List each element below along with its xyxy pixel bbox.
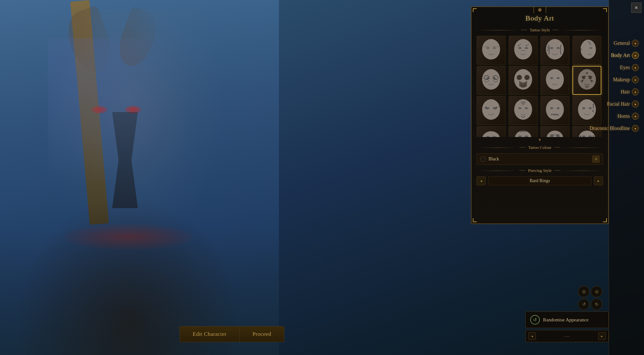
camera-button-1[interactable]: ◎ (578, 286, 590, 297)
svg-point-49 (546, 99, 564, 120)
tattoo-cell-8[interactable] (573, 66, 601, 95)
divider-line-left (478, 30, 518, 30)
piercing-next-button[interactable]: ▸ (594, 176, 603, 185)
camera-button-3[interactable]: ↺ (578, 299, 590, 310)
tattoo-face-svg-4 (576, 38, 598, 62)
piercing-style-section: ◂ Bard Rings ▸ (472, 175, 608, 187)
tattoo-face-svg-15 (544, 126, 566, 137)
svg-point-4 (518, 47, 522, 49)
tattoo-cell-3[interactable] (540, 36, 569, 65)
sub-next-button[interactable]: ▸ (598, 332, 606, 340)
tattoo-cell-5[interactable] (477, 66, 506, 95)
piercing-tilde-left: ~~~ (519, 168, 525, 173)
camera-icon-2: ◎ (595, 289, 598, 294)
tattoo-face-svg-8 (576, 69, 598, 92)
tattoo-face-svg-6 (512, 69, 534, 92)
sidebar-item-makeup-label: Makeup (613, 77, 630, 83)
piercing-tilde-right: ~~~ (554, 168, 560, 173)
tattoo-cell-6[interactable] (509, 66, 538, 95)
hair-icon: ● (632, 88, 639, 95)
sidebar-item-general[interactable]: General ● (612, 38, 641, 48)
sidebar-item-facial-hair-label: Facial Hair (607, 101, 630, 107)
tattoo-face-svg-2 (512, 38, 534, 62)
svg-point-46 (521, 116, 522, 117)
svg-point-12 (550, 47, 553, 49)
svg-point-42 (525, 107, 528, 109)
panel-top-decoration (533, 7, 546, 13)
piercing-divider-line-right (563, 171, 602, 171)
divider-line-right (561, 30, 602, 30)
sidebar-item-makeup[interactable]: Makeup ● (611, 75, 641, 85)
svg-point-14 (581, 40, 596, 59)
scroll-down-icon: ▼ (538, 138, 542, 142)
svg-point-1 (486, 47, 489, 49)
tattoo-cell-11[interactable] (540, 96, 569, 125)
rotate-left-icon: ↺ (582, 302, 586, 307)
colour-row[interactable]: Black ⧉ (477, 153, 603, 165)
svg-point-13 (556, 47, 560, 49)
tattoo-cell-2[interactable] (509, 36, 538, 65)
colour-tilde-right: ~~~ (554, 145, 560, 150)
sub-prev-icon: ◂ (531, 334, 533, 338)
scroll-down-indicator[interactable]: ▼ (472, 137, 608, 143)
colour-swatch (480, 156, 486, 162)
piercing-divider-line-left (478, 171, 517, 171)
sidebar-item-body-art[interactable]: Body Art ● (609, 51, 641, 60)
tattoo-cell-9[interactable] (477, 96, 506, 125)
svg-point-3 (514, 39, 532, 60)
tattoo-cell-4[interactable] (573, 36, 601, 65)
tattoo-cell-10[interactable] (509, 96, 538, 125)
tattoo-face-svg-9 (480, 99, 502, 122)
tattoo-cell-1[interactable] (477, 36, 506, 65)
svg-point-52 (551, 114, 552, 115)
horns-icon: ● (632, 113, 639, 120)
sidebar-item-horns-label: Horns (617, 113, 630, 119)
sidebar-item-draconic[interactable]: Draconic Bloodline ● (588, 124, 641, 133)
colour-copy-button[interactable]: ⧉ (592, 156, 599, 163)
draconic-icon: ● (632, 125, 639, 132)
sub-next-icon: ▸ (601, 334, 603, 338)
piercing-prev-button[interactable]: ◂ (477, 176, 486, 185)
piercing-next-icon: ▸ (598, 179, 599, 183)
piercing-value: Bard Rings (488, 176, 591, 185)
tattoo-cell-7[interactable] (540, 66, 569, 95)
tattoo-face-svg-10 (512, 99, 534, 122)
sidebar-item-facial-hair[interactable]: Facial Hair ● (605, 99, 641, 109)
eyes-icon: ● (632, 64, 639, 71)
sidebar-item-eyes[interactable]: Eyes ● (618, 63, 641, 72)
tattoo-face-svg-11 (544, 99, 566, 122)
sidebar-item-body-art-label: Body Art (611, 52, 630, 58)
proceed-button[interactable]: Proceed (240, 327, 284, 342)
svg-point-48 (524, 116, 525, 117)
tattoo-cell-13[interactable] (477, 126, 506, 137)
svg-point-15 (590, 47, 592, 49)
tattoo-cell-14[interactable] (509, 126, 538, 137)
panel-corner-tl (473, 8, 477, 12)
randomise-appearance-button[interactable]: ↺ Randomise Appearance (525, 311, 609, 328)
facial-hair-icon: ● (632, 101, 639, 108)
sidebar-item-hair-label: Hair (621, 89, 630, 95)
svg-point-65 (523, 131, 524, 132)
sidebar-item-hair[interactable]: Hair ● (619, 87, 641, 97)
piercing-prev-icon: ◂ (480, 179, 482, 183)
close-button[interactable]: ✕ (631, 3, 641, 13)
svg-point-58 (482, 131, 500, 137)
tattoo-style-label: Tattoo Style (530, 28, 550, 33)
svg-point-57 (589, 107, 592, 109)
sub-prev-button[interactable]: ◂ (528, 332, 536, 340)
svg-point-51 (556, 107, 560, 109)
sidebar-item-horns[interactable]: Horns ● (615, 111, 641, 121)
svg-point-8 (526, 45, 527, 46)
svg-point-7 (520, 44, 521, 45)
svg-point-0 (482, 39, 500, 60)
svg-point-25 (524, 75, 530, 80)
svg-point-6 (518, 45, 519, 46)
tattoo-cell-15[interactable] (540, 126, 569, 137)
camera-button-4[interactable]: ↻ (591, 299, 602, 310)
svg-point-27 (550, 77, 553, 79)
edit-character-button[interactable]: Edit Character (180, 327, 240, 342)
svg-point-26 (546, 69, 564, 90)
tilde-left: ~~~ (521, 28, 527, 33)
tattoo-cell-12[interactable] (573, 96, 601, 125)
camera-button-2[interactable]: ◎ (591, 286, 602, 297)
